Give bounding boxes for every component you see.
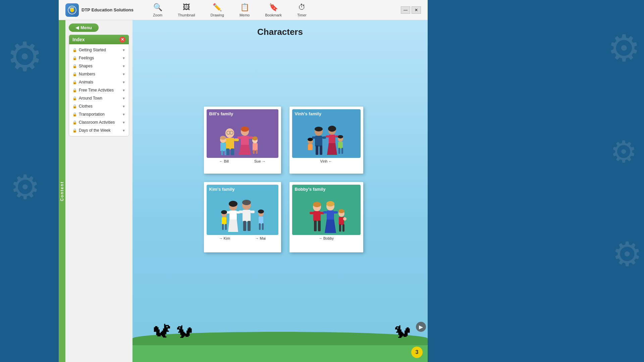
page-title: Characters (132, 20, 428, 41)
item-icon: 🔒 (72, 88, 77, 93)
index-item-clothes[interactable]: 🔒 Clothes ▼ (69, 102, 129, 110)
svg-rect-26 (256, 150, 258, 154)
logo-text: DTP Education Solutions (82, 7, 133, 13)
svg-point-48 (308, 138, 313, 141)
thumbnail-label: Thumbnail (178, 13, 195, 17)
index-header: Index ✕ (69, 35, 129, 44)
item-arrow-icon: ▼ (122, 121, 125, 124)
item-arrow-icon: ▼ (122, 48, 125, 52)
svg-rect-20 (221, 150, 223, 155)
page-number: 3 (411, 347, 423, 358)
svg-rect-59 (251, 210, 255, 213)
svg-point-50 (229, 201, 237, 207)
item-icon: 🔒 (72, 56, 77, 60)
content-area: Content ◀ Menu Index ✕ 🔒 Getting Started… (59, 20, 428, 362)
bobby-family-illustration (295, 197, 357, 234)
item-label: Feelings (79, 56, 120, 60)
close-button[interactable]: ✕ (412, 6, 421, 14)
index-item-feelings[interactable]: 🔒 Feelings ▼ (69, 54, 129, 62)
item-label: Numbers (79, 72, 120, 76)
logo-title: DTP Education Solutions (82, 7, 133, 13)
kim-family-title: Kim's family (207, 185, 278, 194)
svg-rect-78 (318, 221, 321, 231)
item-arrow-icon: ▼ (122, 105, 125, 108)
next-page-button[interactable]: ▶ (416, 322, 426, 332)
content-tab[interactable]: Content (59, 20, 65, 362)
logo-icon: DTP (65, 3, 79, 17)
index-item-free-time[interactable]: 🔒 Free Time Activities ▼ (69, 86, 129, 94)
bg-gear-1: ⚙ (7, 34, 43, 80)
menu-arrow-icon: ◀ (75, 25, 79, 30)
squirrel-3: 🐿 (394, 322, 411, 342)
svg-rect-70 (259, 223, 261, 230)
bobby-name-label: → Bobby (319, 236, 334, 240)
index-close-button[interactable]: ✕ (119, 37, 125, 43)
drawing-label: Drawing (211, 13, 224, 17)
svg-point-90 (343, 217, 346, 221)
bookmark-button[interactable]: 🔖 Bookmark (262, 2, 284, 18)
thumbnail-button[interactable]: 🖼 Thumbnail (175, 2, 198, 18)
bills-family-names: ← Bill Sue → (207, 158, 278, 163)
svg-rect-33 (320, 145, 322, 155)
svg-rect-6 (234, 138, 239, 141)
bookmark-icon: 🔖 (269, 3, 278, 12)
item-label: Clothes (79, 104, 120, 109)
svg-rect-8 (231, 148, 234, 155)
menu-button[interactable]: ◀ Menu (69, 23, 99, 32)
index-item-shapes[interactable]: 🔒 Shapes ▼ (69, 62, 129, 70)
svg-point-45 (338, 135, 343, 138)
svg-marker-16 (239, 145, 251, 155)
memo-button[interactable]: 📋 Memo (237, 2, 253, 18)
svg-rect-77 (314, 221, 317, 231)
svg-rect-69 (259, 217, 263, 224)
index-item-getting-started[interactable]: 🔒 Getting Started ▼ (69, 46, 129, 54)
index-items: 🔒 Getting Started ▼ 🔒 Feelings ▼ 🔒 Shape… (69, 44, 129, 136)
index-item-transportation[interactable]: 🔒 Transportation ▼ (69, 110, 129, 118)
svg-rect-88 (339, 224, 341, 232)
app-logo: DTP DTP Education Solutions (65, 3, 133, 17)
family-photos-grid: Bill's family (143, 40, 424, 318)
svg-rect-74 (313, 211, 321, 221)
index-item-classroom[interactable]: 🔒 Classroom Activities ▼ (69, 118, 129, 126)
main-window: DTP DTP Education Solutions 🔍 Zoom 🖼 Thu… (59, 0, 428, 362)
item-label: Free Time Activities (79, 88, 120, 93)
zoom-button[interactable]: 🔍 Zoom (150, 2, 165, 18)
svg-rect-83 (334, 211, 338, 214)
svg-rect-51 (229, 210, 237, 221)
item-icon: 🔒 (72, 64, 77, 68)
index-title: Index (72, 37, 85, 42)
svg-marker-37 (327, 143, 337, 155)
svg-rect-44 (341, 148, 343, 154)
svg-rect-89 (342, 224, 344, 232)
item-arrow-icon: ▼ (122, 129, 125, 132)
squirrel-2: 🐿 (176, 322, 193, 342)
item-label: Transportation (79, 112, 120, 117)
svg-marker-52 (228, 220, 238, 232)
svg-rect-87 (339, 217, 344, 225)
index-item-animals[interactable]: 🔒 Animals ▼ (69, 78, 129, 86)
index-item-numbers[interactable]: 🔒 Numbers ▼ (69, 70, 129, 78)
svg-rect-58 (239, 210, 243, 213)
svg-text:DTP: DTP (69, 7, 74, 9)
index-item-around-town[interactable]: 🔒 Around Town ▼ (69, 94, 129, 102)
index-item-days[interactable]: 🔒 Days of the Week ▼ (69, 126, 129, 134)
kim-family-card: Kim's family (204, 182, 281, 252)
svg-rect-57 (243, 210, 251, 222)
svg-point-68 (258, 209, 264, 214)
svg-rect-80 (327, 210, 334, 221)
minimize-button[interactable]: — (401, 6, 410, 14)
svg-point-27 (252, 136, 258, 140)
zoom-icon: 🔍 (153, 3, 162, 12)
item-icon: 🔒 (72, 120, 77, 125)
svg-rect-19 (220, 143, 226, 151)
bg-gear-3: ⚙ (607, 27, 641, 70)
bobby-family-title: Bobby's family (292, 185, 361, 194)
svg-rect-65 (222, 224, 224, 230)
menu-label: Menu (80, 25, 92, 30)
timer-button[interactable]: ⏱ Timer (294, 2, 309, 18)
item-icon: 🔒 (72, 104, 77, 109)
thumbnail-icon: 🖼 (183, 3, 190, 12)
memo-label: Memo (239, 13, 250, 17)
bg-gear-4: ⚙ (610, 134, 637, 169)
drawing-button[interactable]: ✏️ Drawing (208, 2, 227, 18)
